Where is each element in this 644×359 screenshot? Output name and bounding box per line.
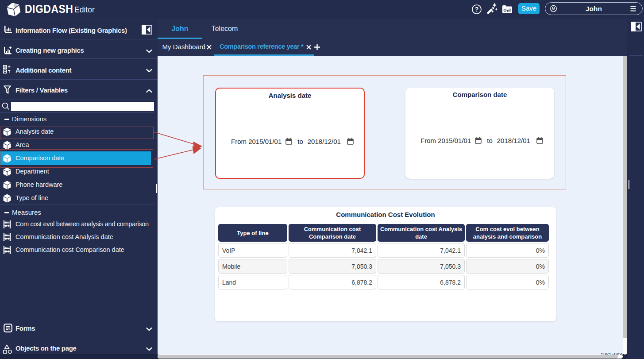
svg-text:?: ?	[475, 6, 479, 13]
